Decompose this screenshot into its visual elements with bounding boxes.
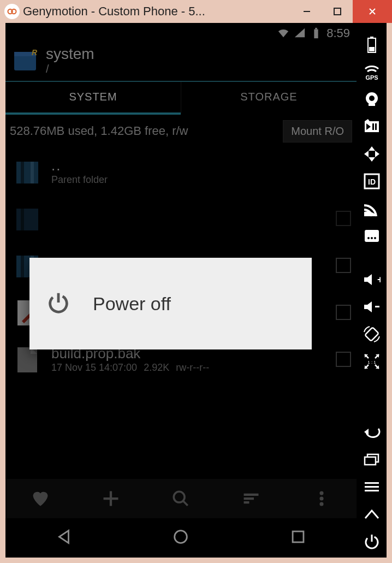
file-date: 17 Nov 15 14:07:00 — [51, 362, 137, 374]
file-name: .. — [51, 157, 351, 174]
battery-icon — [310, 27, 322, 39]
android-menu-button[interactable] — [361, 476, 383, 497]
svg-rect-35 — [369, 104, 375, 106]
power-off-label: Power off — [93, 293, 171, 315]
genymotion-sidebar: GPS ID + 1 : 1 — [357, 23, 387, 558]
svg-rect-9 — [16, 162, 38, 183]
svg-marker-41 — [369, 146, 375, 151]
svg-marker-42 — [369, 157, 375, 162]
pixel-perfect-button[interactable]: 1 : 1 — [361, 351, 383, 372]
sort-button[interactable] — [216, 479, 287, 518]
svg-rect-54 — [375, 306, 379, 307]
svg-point-34 — [369, 96, 375, 101]
overflow-menu-button[interactable] — [286, 479, 357, 518]
window-maximize-button[interactable] — [322, 0, 353, 23]
svg-point-22 — [320, 491, 323, 495]
tab-bar: SYSTEM STORAGE — [5, 82, 357, 115]
wifi-icon — [277, 27, 289, 39]
mount-readonly-button[interactable]: Mount R/O — [283, 120, 352, 143]
file-size: 2.92K — [144, 362, 169, 374]
svg-point-23 — [320, 497, 323, 500]
android-recent-button[interactable] — [361, 448, 383, 470]
current-path: / — [46, 63, 94, 75]
svg-text:R: R — [32, 48, 38, 57]
svg-marker-43 — [364, 151, 369, 157]
svg-rect-66 — [365, 490, 379, 491]
svg-point-24 — [320, 502, 323, 506]
svg-rect-47 — [365, 230, 379, 242]
cell-signal-icon — [294, 27, 306, 39]
svg-rect-2 — [304, 11, 310, 12]
folder-icon — [11, 201, 44, 236]
svg-text:GPS: GPS — [365, 74, 378, 81]
page-title: system — [46, 46, 94, 63]
phone-widget-icon[interactable] — [361, 225, 383, 247]
svg-text:+: + — [377, 274, 381, 285]
svg-rect-64 — [365, 482, 379, 484]
svg-rect-12 — [16, 209, 38, 230]
android-status-bar: 8:59 — [5, 23, 357, 44]
svg-rect-40 — [375, 123, 377, 130]
svg-rect-65 — [365, 486, 379, 488]
folder-icon — [11, 154, 44, 189]
root-explorer-app-icon: R — [11, 46, 39, 75]
svg-rect-10 — [21, 162, 24, 183]
gps-widget-icon[interactable]: GPS — [361, 61, 383, 83]
svg-point-25 — [175, 531, 187, 543]
list-item[interactable] — [5, 195, 357, 242]
network-widget-icon[interactable] — [361, 198, 383, 220]
file-checkbox[interactable] — [336, 211, 351, 226]
camera-widget-icon[interactable] — [361, 88, 383, 110]
file-sub: Parent folder — [51, 174, 108, 186]
remote-control-icon[interactable] — [361, 143, 383, 165]
svg-rect-3 — [334, 8, 341, 15]
genymotion-logo-icon — [4, 4, 20, 19]
svg-marker-53 — [364, 301, 372, 312]
bottom-toolbar — [5, 479, 357, 518]
android-back-button[interactable] — [361, 421, 383, 443]
svg-point-48 — [367, 237, 370, 239]
svg-rect-15 — [21, 256, 24, 277]
tab-system[interactable]: SYSTEM — [5, 82, 181, 115]
volume-down-button[interactable] — [361, 296, 383, 318]
nav-home-button[interactable] — [171, 528, 190, 548]
svg-rect-55 — [365, 327, 378, 341]
android-home-button[interactable] — [361, 503, 383, 525]
svg-point-49 — [371, 237, 373, 239]
svg-point-21 — [174, 491, 185, 502]
add-button[interactable] — [76, 479, 146, 518]
search-button[interactable] — [146, 479, 216, 518]
svg-text:ID: ID — [368, 177, 376, 186]
svg-marker-37 — [365, 119, 370, 121]
window-minimize-button[interactable] — [292, 0, 322, 23]
nav-back-button[interactable] — [55, 528, 73, 548]
list-item[interactable]: .. Parent folder — [5, 148, 357, 195]
svg-rect-4 — [314, 29, 318, 38]
svg-rect-31 — [369, 47, 375, 51]
window-titlebar: Genymotion - Custom Phone - 5... — [0, 0, 392, 23]
svg-marker-44 — [375, 151, 379, 157]
window-close-button[interactable] — [353, 0, 392, 23]
svg-rect-30 — [370, 37, 373, 38]
file-checkbox[interactable] — [336, 258, 351, 273]
svg-rect-13 — [21, 209, 24, 230]
favorites-button[interactable] — [5, 479, 76, 518]
svg-rect-39 — [372, 123, 374, 130]
volume-up-button[interactable]: + — [361, 269, 383, 291]
power-off-dialog[interactable]: Power off — [29, 258, 312, 349]
power-button[interactable] — [361, 530, 383, 552]
identifier-widget-icon[interactable]: ID — [361, 170, 383, 192]
tab-storage[interactable]: STORAGE — [181, 82, 357, 115]
nav-recent-button[interactable] — [289, 528, 307, 548]
battery-widget-icon[interactable] — [361, 34, 383, 56]
file-checkbox[interactable] — [336, 305, 351, 320]
svg-text:1 : 1: 1 : 1 — [367, 360, 376, 365]
storage-stats: 528.76MB used, 1.42GB free, r/w — [10, 124, 276, 138]
file-perms: rw-r--r-- — [176, 362, 209, 374]
window-title: Genymotion - Custom Phone - 5... — [23, 4, 292, 19]
capture-widget-icon[interactable] — [361, 116, 383, 138]
file-checkbox[interactable] — [336, 352, 351, 367]
svg-rect-11 — [31, 162, 34, 183]
svg-marker-51 — [364, 274, 372, 285]
rotate-button[interactable] — [361, 323, 383, 345]
